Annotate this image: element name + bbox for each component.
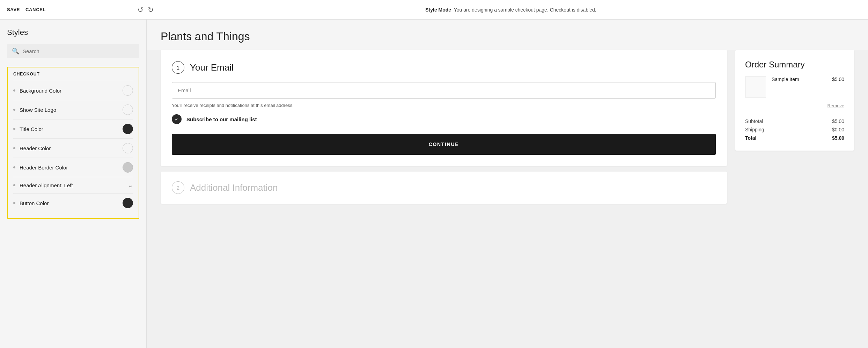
title-color-label: Title Color	[20, 126, 123, 132]
button-color-label: Button Color	[20, 200, 123, 206]
header-alignment-dropdown-icon[interactable]: ⌄	[128, 181, 133, 189]
email-input[interactable]	[172, 82, 716, 99]
step2-title: Additional Information	[190, 182, 278, 193]
header-border-color-swatch[interactable]	[123, 162, 133, 173]
header-color-label: Header Color	[20, 145, 123, 151]
order-totals: Subtotal $5.00 Shipping $0.00 Total $5.0…	[745, 118, 844, 141]
style-row-show-site-logo: Show Site Logo	[13, 100, 133, 119]
checkout-content: 1 Your Email You'll receive receipts and…	[147, 50, 868, 218]
search-box[interactable]: 🔍	[7, 44, 139, 58]
search-icon: 🔍	[12, 48, 19, 55]
order-item-row: Sample Item $5.00	[745, 77, 844, 97]
history-controls: ↺ ↻	[138, 6, 154, 13]
shipping-row: Shipping $0.00	[745, 127, 844, 132]
content-area: Plants and Things 1 Your Email You'll re…	[147, 20, 868, 348]
style-row-button-color: Button Color	[13, 193, 133, 212]
redo-button[interactable]: ↻	[148, 6, 154, 13]
checkout-left-column: 1 Your Email You'll receive receipts and…	[161, 50, 727, 204]
subtotal-label: Subtotal	[745, 118, 763, 124]
style-row-title-color: Title Color	[13, 119, 133, 138]
step1-header: 1 Your Email	[172, 61, 716, 74]
background-color-label: Background Color	[20, 88, 123, 94]
total-label: Total	[745, 135, 756, 141]
style-mode-label: Style Mode	[425, 7, 451, 13]
order-item-price: $5.00	[832, 77, 844, 82]
step2-card: 2 Additional Information	[161, 172, 727, 204]
order-summary-title: Order Summary	[745, 60, 844, 70]
remove-link[interactable]: Remove	[827, 103, 844, 108]
title-color-dot	[13, 128, 15, 130]
top-bar: SAVE CANCEL ↺ ↻ Style Mode You are desig…	[0, 0, 868, 20]
step1-number: 1	[177, 65, 179, 71]
header-color-swatch[interactable]	[123, 143, 133, 153]
button-color-swatch[interactable]	[123, 198, 133, 208]
checkout-section: CHECKOUT Background Color Show Site Logo…	[7, 67, 139, 219]
step2-circle: 2	[172, 181, 184, 194]
title-color-swatch[interactable]	[123, 124, 133, 134]
search-input[interactable]	[23, 48, 134, 54]
header-border-color-label: Header Border Color	[20, 165, 123, 171]
step1-circle: 1	[172, 61, 184, 74]
main-layout: Styles 🔍 CHECKOUT Background Color Show …	[0, 20, 868, 348]
order-item-name: Sample Item	[772, 77, 826, 82]
header-color-dot	[13, 147, 15, 149]
step1-card: 1 Your Email You'll receive receipts and…	[161, 50, 727, 166]
header-alignment-dot	[13, 184, 15, 186]
page-title: Plants and Things	[161, 30, 854, 43]
email-note: You'll receive receipts and notification…	[172, 103, 716, 108]
continue-button[interactable]: CONTINUE	[172, 134, 716, 155]
undo-button[interactable]: ↺	[138, 6, 144, 13]
subtotal-row: Subtotal $5.00	[745, 118, 844, 124]
order-remove-row: Remove	[745, 103, 844, 108]
step1-title: Your Email	[190, 62, 234, 73]
show-site-logo-swatch[interactable]	[123, 104, 133, 115]
subtotal-value: $5.00	[832, 118, 844, 124]
subscribe-checkbox[interactable]	[172, 114, 182, 124]
total-value: $5.00	[832, 135, 844, 141]
step2-header: 2 Additional Information	[172, 181, 716, 194]
style-row-header-color: Header Color	[13, 138, 133, 158]
page-title-bar: Plants and Things	[147, 20, 868, 50]
step2-number: 2	[177, 185, 179, 191]
shipping-label: Shipping	[745, 127, 764, 132]
top-bar-left: SAVE CANCEL ↺ ↻	[7, 6, 154, 13]
checkout-right-column: Order Summary Sample Item $5.00 Remove S…	[735, 50, 854, 151]
subscribe-row: Subscribe to our mailing list	[172, 114, 716, 124]
button-color-dot	[13, 202, 15, 204]
checkout-section-header: CHECKOUT	[13, 72, 133, 77]
order-summary-card: Order Summary Sample Item $5.00 Remove S…	[735, 50, 854, 151]
cancel-button[interactable]: CANCEL	[25, 7, 46, 12]
show-site-logo-dot	[13, 109, 15, 111]
sidebar-title: Styles	[7, 28, 139, 37]
total-row: Total $5.00	[745, 135, 844, 141]
header-border-color-dot	[13, 166, 15, 168]
background-color-dot	[13, 89, 15, 92]
order-item-image	[745, 77, 766, 97]
style-mode-desc: You are designing a sample checkout page…	[454, 7, 596, 13]
save-button[interactable]: SAVE	[7, 7, 20, 12]
style-mode-banner: Style Mode You are designing a sample ch…	[161, 7, 861, 13]
header-alignment-label: Header Alignment: Left	[20, 182, 128, 188]
style-row-header-border-color: Header Border Color	[13, 158, 133, 177]
style-row-header-alignment: Header Alignment: Left ⌄	[13, 177, 133, 193]
background-color-swatch[interactable]	[123, 85, 133, 96]
shipping-value: $0.00	[832, 127, 844, 132]
style-row-background-color: Background Color	[13, 81, 133, 100]
show-site-logo-label: Show Site Logo	[20, 107, 123, 113]
sidebar: Styles 🔍 CHECKOUT Background Color Show …	[0, 20, 147, 348]
subscribe-label: Subscribe to our mailing list	[186, 116, 257, 122]
order-divider	[745, 114, 844, 114]
